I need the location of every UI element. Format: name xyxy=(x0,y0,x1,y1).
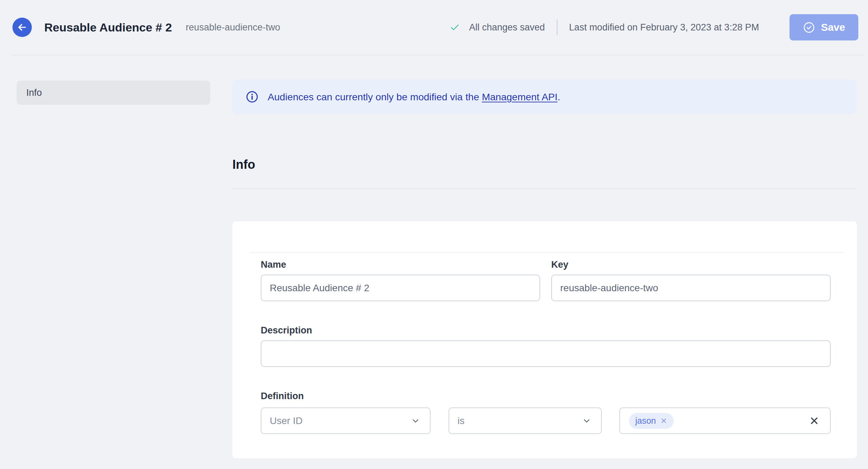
key-label: Key xyxy=(551,259,831,270)
description-label: Description xyxy=(261,325,831,336)
check-circle-icon xyxy=(803,21,815,34)
header-bar: Reusable Audience # 2 reusable-audience-… xyxy=(0,0,868,55)
vertical-divider xyxy=(557,19,557,35)
operator-select[interactable]: is xyxy=(449,407,602,434)
page-subtitle: reusable-audience-two xyxy=(186,22,280,33)
sidebar-item-info[interactable]: Info xyxy=(17,81,210,105)
section-divider xyxy=(232,188,857,189)
clear-values-icon[interactable] xyxy=(809,415,820,426)
name-label: Name xyxy=(261,259,540,270)
sidebar-item-label: Info xyxy=(26,88,42,98)
save-button-label: Save xyxy=(821,21,845,33)
chip-remove-icon[interactable] xyxy=(660,417,667,424)
trait-select-value: User ID xyxy=(270,415,303,426)
arrow-left-icon xyxy=(17,22,28,33)
operator-select-value: is xyxy=(458,415,464,426)
section-title: Info xyxy=(232,157,857,172)
trait-select[interactable]: User ID xyxy=(261,407,431,434)
info-circle-icon xyxy=(246,90,259,103)
sidebar: Info xyxy=(17,81,210,105)
definition-label: Definition xyxy=(261,391,831,402)
definition-values-input[interactable]: jason xyxy=(619,407,831,434)
save-button[interactable]: Save xyxy=(789,14,858,40)
key-input[interactable] xyxy=(551,275,831,301)
last-modified-text: Last modified on February 3, 2023 at 3:2… xyxy=(569,22,759,33)
info-banner: Audiences can currently only be modified… xyxy=(232,80,857,114)
management-api-link[interactable]: Management API xyxy=(482,91,557,103)
name-input[interactable] xyxy=(261,275,540,301)
banner-text-before: Audiences can currently only be modified… xyxy=(268,91,482,103)
back-button[interactable] xyxy=(12,18,32,37)
check-icon xyxy=(450,22,460,33)
content-area: Info Audiences can currently only be mod… xyxy=(0,55,868,458)
main-panel: Audiences can currently only be modified… xyxy=(232,55,857,458)
save-status-text: All changes saved xyxy=(469,22,545,33)
save-status-group: All changes saved xyxy=(450,22,545,33)
description-input[interactable] xyxy=(261,340,831,367)
chevron-down-icon xyxy=(411,416,420,425)
value-chip-label: jason xyxy=(635,416,656,426)
value-chip: jason xyxy=(629,413,674,429)
page-title: Reusable Audience # 2 xyxy=(44,21,172,34)
banner-text-after: . xyxy=(557,91,560,103)
info-card: Name Key Description Definition xyxy=(232,221,857,458)
chevron-down-icon xyxy=(582,416,591,425)
